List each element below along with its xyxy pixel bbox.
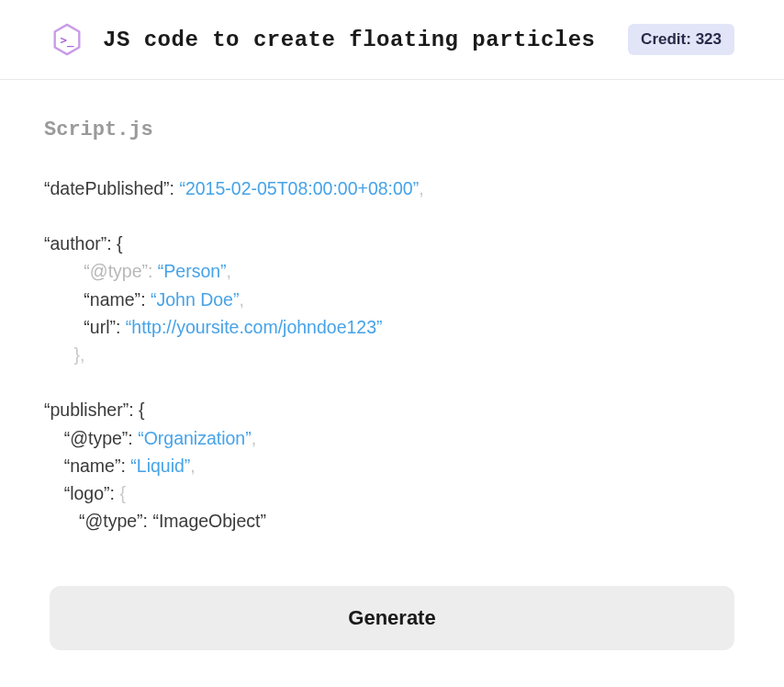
credit-badge: Credit: 323 bbox=[628, 24, 734, 55]
code-line: “name”: “Liquid”, bbox=[44, 452, 740, 479]
code-block: “datePublished”: “2015-02-05T08:00:00+08… bbox=[44, 175, 740, 535]
code-line: “author”: { bbox=[44, 230, 740, 257]
svg-text:>_: >_ bbox=[61, 34, 74, 48]
code-line: “@type”: “Person”, bbox=[44, 257, 740, 285]
app-logo-icon: >_ bbox=[50, 22, 84, 57]
button-wrap: Generate bbox=[0, 586, 784, 650]
code-line: “publisher”: { bbox=[44, 396, 740, 423]
code-line: “logo”: { bbox=[44, 479, 740, 507]
code-line: “datePublished”: “2015-02-05T08:00:00+08… bbox=[44, 175, 740, 202]
header: >_ JS code to create floating particles … bbox=[0, 0, 784, 80]
credit-value: 323 bbox=[696, 30, 722, 48]
code-line: “@type”: “ImageObject” bbox=[44, 507, 740, 535]
credit-label: Credit: bbox=[641, 30, 691, 48]
script-filename: Script.js bbox=[44, 118, 740, 141]
code-line: “@type”: “Organization”, bbox=[44, 424, 740, 452]
generate-button[interactable]: Generate bbox=[50, 586, 734, 650]
code-line: “name”: “John Doe”, bbox=[44, 286, 740, 313]
code-line: “url”: “http://yoursite.com/johndoe123” bbox=[44, 313, 740, 341]
content-area: Script.js “datePublished”: “2015-02-05T0… bbox=[0, 80, 784, 535]
page-title: JS code to create floating particles bbox=[103, 28, 628, 52]
code-line: }, bbox=[44, 341, 740, 368]
